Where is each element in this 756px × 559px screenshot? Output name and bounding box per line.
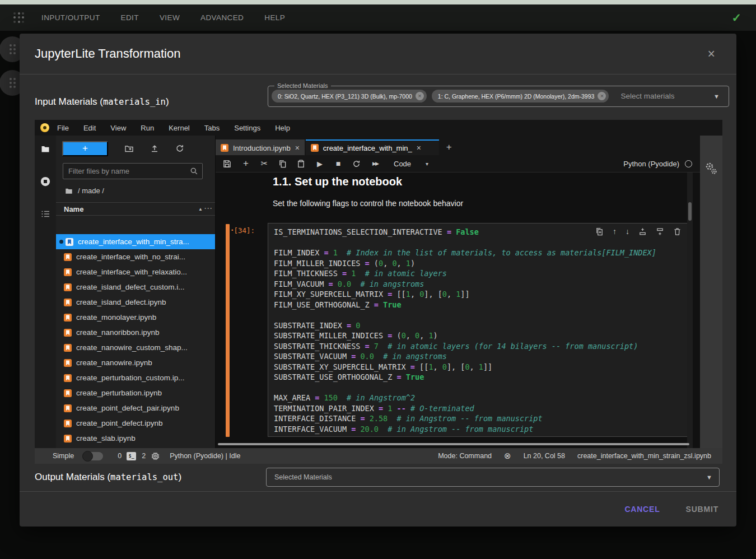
cursor-position[interactable]: Ln 20, Col 58	[524, 452, 565, 460]
chip-delete-icon[interactable]: ×	[598, 92, 606, 100]
kernel-name[interactable]: Python (Pyodide)	[623, 160, 679, 168]
insert-cell-above-icon[interactable]	[638, 227, 647, 236]
move-cell-up-icon[interactable]: ↑	[613, 227, 617, 236]
notebook-file-icon	[64, 420, 72, 427]
chevron-down-icon[interactable]: ▼	[713, 93, 720, 100]
tab-close-icon[interactable]: ×	[295, 143, 300, 152]
new-tab-button[interactable]: +	[440, 139, 458, 155]
host-menu-item[interactable]: HELP	[264, 13, 285, 22]
code-cell[interactable]: IS_TERMINATIONS_SELECTION_INTERACTIVE = …	[268, 223, 690, 437]
mode-indicator[interactable]: Mode: Command	[438, 452, 492, 460]
file-browser-panel: +	[56, 136, 216, 448]
host-menu-item[interactable]: ADVANCED	[200, 13, 244, 22]
file-row[interactable]: create_point_defect.ipynb	[56, 416, 215, 431]
jupyter-menu-item[interactable]: Tabs	[204, 124, 220, 132]
delete-cell-icon[interactable]	[673, 227, 682, 236]
notebook-tab[interactable]: Introduction.ipynb×	[216, 139, 305, 155]
tab-close-icon[interactable]: ×	[417, 143, 421, 152]
stop-kernel-icon[interactable]: ■	[334, 159, 343, 168]
copy-cell-icon[interactable]	[278, 160, 287, 168]
cut-cell-icon[interactable]: ✂	[260, 159, 269, 169]
jupyter-menu-item[interactable]: File	[57, 124, 69, 132]
chip-delete-icon[interactable]: ×	[416, 92, 424, 100]
file-row[interactable]: create_interface_with_no_strai...	[56, 249, 215, 264]
search-icon	[190, 167, 198, 175]
table-of-contents-icon[interactable]	[40, 209, 50, 218]
jupyter-menu-item[interactable]: Edit	[83, 124, 96, 132]
code-line	[274, 237, 684, 248]
file-row[interactable]: create_interface_with_relaxatio...	[56, 264, 215, 280]
submit-button[interactable]: SUBMIT	[686, 505, 718, 514]
host-menu-item[interactable]: INPUT/OUTPUT	[41, 13, 100, 22]
kernel-status-text[interactable]: Python (Pyodide) | Idle	[170, 452, 240, 460]
jupyter-menu-item[interactable]: Help	[275, 124, 290, 132]
scrollbar-thumb[interactable]	[688, 202, 692, 221]
add-cell-icon[interactable]: +	[241, 158, 250, 169]
output-materials-select[interactable]: Selected Materials ▼	[266, 468, 720, 487]
property-inspector-gears-icon[interactable]	[704, 161, 718, 448]
terminals-count[interactable]: 0	[118, 452, 122, 460]
file-row[interactable]: create_monolayer.ipynb	[56, 310, 215, 325]
notebook-file-icon	[64, 283, 72, 291]
notifications-icon[interactable]: ⊗	[504, 451, 511, 461]
new-folder-icon[interactable]	[124, 144, 134, 153]
save-icon[interactable]	[223, 160, 232, 168]
file-name: create_interface_with_min_stra...	[78, 237, 189, 246]
running-kernels-icon[interactable]	[40, 176, 51, 187]
file-list-header[interactable]: Name ▲ ···	[56, 202, 215, 216]
cell-type-select[interactable]: Code	[394, 160, 411, 168]
notebook-tab[interactable]: create_interface_with_min_×	[306, 139, 439, 155]
file-row[interactable]: create_nanowire.ipynb	[56, 355, 215, 370]
code-editor[interactable]: IS_TERMINATIONS_SELECTION_INTERACTIVE = …	[274, 227, 684, 434]
jupyter-menu-item[interactable]: Kernel	[169, 124, 190, 132]
app-logo-icon[interactable]	[13, 12, 25, 24]
jupyter-menu-item[interactable]: Settings	[234, 124, 260, 132]
file-row[interactable]: create_slab.ipynb	[56, 431, 215, 446]
file-row[interactable]: create_nanowire_custom_shap...	[56, 340, 215, 355]
new-launcher-button[interactable]: +	[62, 141, 108, 156]
paste-cell-icon[interactable]	[297, 160, 306, 168]
insert-cell-below-icon[interactable]	[656, 227, 664, 236]
restart-kernel-icon[interactable]	[352, 160, 361, 168]
jupyter-menu-item[interactable]: View	[110, 124, 126, 132]
kernel-status-icon[interactable]	[685, 160, 692, 167]
host-menu-item[interactable]: EDIT	[121, 13, 139, 22]
check-icon[interactable]: ✓	[731, 11, 741, 25]
refresh-icon[interactable]	[175, 144, 184, 153]
host-menu-item[interactable]: VIEW	[160, 13, 180, 22]
markdown-heading: 1.1. Set up the notebook	[273, 175, 402, 188]
filter-files-input[interactable]	[63, 164, 202, 179]
file-row[interactable]: create_interface_with_min_stra...	[56, 234, 215, 249]
filter-files-field[interactable]	[63, 163, 203, 179]
select-materials-placeholder[interactable]: Select materials	[620, 92, 674, 100]
breadcrumb[interactable]: / made /	[64, 187, 215, 195]
material-chip[interactable]: 0: SiO2, Quartz, HEX (P3_121) 3D (Bulk),…	[272, 90, 427, 103]
upload-icon[interactable]	[150, 144, 159, 153]
close-icon[interactable]: ×	[708, 46, 715, 62]
move-cell-down-icon[interactable]: ↓	[626, 227, 629, 236]
code-line: SUBSTRATE_THICKNESS = 7 # in atomic laye…	[274, 341, 684, 352]
duplicate-cell-icon[interactable]	[595, 227, 604, 236]
kernels-count[interactable]: 2	[142, 452, 146, 460]
file-row[interactable]: create_point_defect_pair.ipynb	[56, 400, 215, 416]
file-row[interactable]: create_island_defect_custom.i...	[56, 280, 215, 295]
file-name: create_nanoribbon.ipynb	[76, 328, 160, 337]
jupyter-menu-item[interactable]: Run	[141, 124, 154, 132]
sort-ascending-icon[interactable]: ▲	[198, 207, 203, 212]
vertical-scrollbar[interactable]	[687, 173, 693, 448]
run-cell-icon[interactable]: ▶	[315, 160, 324, 168]
material-chip[interactable]: 1: C, Graphene, HEX (P6/mmm) 2D (Monolay…	[432, 90, 609, 103]
file-row[interactable]: create_perturbation.ipynb	[56, 385, 215, 400]
restart-run-all-icon[interactable]: ▶▶	[371, 161, 380, 166]
file-row[interactable]: create_perturbation_custom.ip...	[56, 370, 215, 385]
file-row[interactable]: create_nanoribbon.ipynb	[56, 325, 215, 340]
cancel-button[interactable]: CANCEL	[624, 505, 660, 514]
chevron-down-icon[interactable]: ▾	[426, 161, 428, 167]
simple-mode-toggle[interactable]	[83, 452, 103, 460]
file-row[interactable]: create_island_defect.ipynb	[56, 295, 215, 310]
file-browser-icon[interactable]	[40, 145, 50, 153]
horizontal-scrollbar[interactable]	[218, 443, 689, 445]
more-icon[interactable]: ···	[204, 204, 213, 212]
active-cell-indicator	[226, 224, 230, 437]
file-name: create_perturbation.ipynb	[76, 389, 162, 397]
